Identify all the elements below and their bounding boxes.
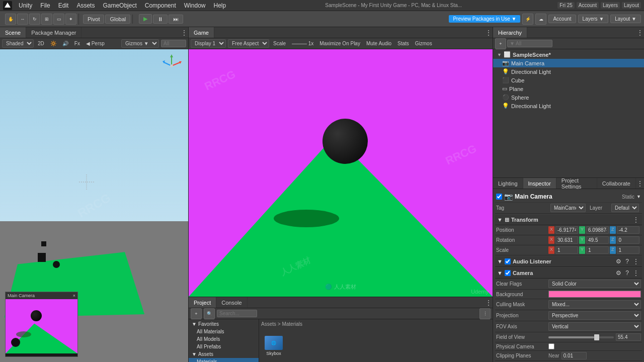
project-tab[interactable]: Project — [189, 297, 216, 308]
menu-edit[interactable]: Edit — [55, 1, 72, 10]
pos-x[interactable] — [555, 226, 578, 234]
proj-assets[interactable]: ▼ Assets — [189, 350, 259, 358]
hier-plane[interactable]: ▭ Plane — [493, 84, 644, 93]
audio-listener-toggle[interactable] — [505, 258, 511, 264]
audio-listener-section[interactable]: ▼ Audio Listener ⚙ ? ⋮ — [495, 256, 642, 267]
hier-directional-light[interactable]: 💡 Directional Light — [493, 67, 644, 76]
near-value[interactable] — [561, 352, 587, 359]
hierarchy-search[interactable] — [507, 40, 552, 47]
rot-z[interactable] — [617, 236, 639, 244]
proj-all-materials[interactable]: All Materials — [189, 328, 259, 335]
hier-sphere[interactable]: ⚫ Sphere — [493, 93, 644, 102]
hier-samplescene[interactable]: ▼ ⬜ SampleScene* — [493, 50, 644, 59]
menu-help[interactable]: Help — [210, 1, 229, 10]
hier-main-camera[interactable]: 📷 Main Camera — [493, 59, 644, 67]
pause-button[interactable]: ⏸ — [153, 15, 168, 24]
menu-window[interactable]: Window — [181, 1, 209, 10]
audio-listener-help[interactable]: ? — [624, 258, 630, 265]
collaborate-tab[interactable]: Collaborate — [597, 178, 636, 189]
shaded-select[interactable]: Shaded — [2, 39, 34, 48]
hierarchy-add-btn[interactable]: + — [495, 38, 506, 49]
proj-all-prefabs[interactable]: All Prefabs — [189, 343, 259, 350]
gizmos-select[interactable]: Gizmos ▼ — [121, 39, 159, 48]
account-button[interactable]: Account — [577, 2, 599, 9]
layers-button[interactable]: Layers — [601, 2, 620, 9]
camera-section-help[interactable]: ? — [624, 269, 630, 277]
fov-slider[interactable] — [548, 336, 614, 338]
mute-btn[interactable]: Mute Audio — [364, 40, 393, 47]
maximize-btn[interactable]: Maximize On Play — [317, 40, 362, 47]
menu-assets[interactable]: Assets — [73, 1, 98, 10]
scene-search[interactable]: ◀ Persp — [84, 40, 107, 47]
scale-z[interactable] — [617, 246, 639, 254]
transform-section[interactable]: ▼ ⊞ Transform ⋮ — [495, 215, 642, 225]
scale-tool[interactable]: ⊞ — [41, 14, 52, 25]
menu-unity[interactable]: Unity — [15, 1, 36, 10]
camera-section-options[interactable]: ⋮ — [632, 269, 640, 277]
menu-file[interactable]: File — [37, 1, 53, 10]
preview-packages-button[interactable]: Preview Packages in Use ▼ — [449, 15, 520, 23]
camera-section[interactable]: ▼ Camera ⚙ ? ⋮ — [495, 268, 642, 279]
left-panel-options[interactable]: ⋮ — [180, 29, 188, 36]
pos-z[interactable] — [617, 226, 639, 234]
game-panel-options[interactable]: ⋮ — [485, 29, 493, 36]
rect-tool[interactable]: ▭ — [53, 14, 64, 25]
scene-search-input[interactable] — [161, 40, 186, 47]
collab-button[interactable]: ⚡ — [522, 14, 533, 25]
move-tool[interactable]: ↔ — [17, 14, 28, 25]
projection-select[interactable]: Perspective — [548, 311, 641, 320]
proj-all-models[interactable]: All Models — [189, 335, 259, 343]
gizmos-btn[interactable]: Gizmos — [413, 40, 434, 47]
stats-btn[interactable]: Stats — [395, 40, 411, 47]
menu-component[interactable]: Component — [141, 1, 180, 10]
camera-section-menu[interactable]: ⚙ — [615, 269, 622, 277]
layout-button[interactable]: Layout — [622, 2, 641, 9]
hier-cube[interactable]: ⬛ Cube — [493, 76, 644, 84]
fov-value[interactable] — [616, 333, 641, 341]
package-manager-tab[interactable]: Package Manager — [26, 27, 82, 38]
scale-x[interactable] — [555, 246, 578, 254]
layout-toolbar-button[interactable]: Layout ▼ — [610, 15, 641, 23]
hierarchy-tab[interactable]: Hierarchy — [493, 27, 527, 38]
pivot-button[interactable]: Pivot — [83, 15, 104, 24]
rotate-tool[interactable]: ↻ — [29, 14, 40, 25]
rot-x[interactable] — [555, 236, 578, 244]
audio-listener-menu[interactable]: ⚙ — [615, 258, 622, 265]
project-search-input[interactable] — [217, 310, 257, 317]
physical-camera-checkbox[interactable] — [548, 343, 554, 349]
proj-materials[interactable]: Materials — [189, 358, 259, 362]
project-settings-tab[interactable]: Project Settings — [556, 178, 597, 189]
scale-slider[interactable]: ——— 1x — [290, 40, 315, 47]
hier-dir-light-2[interactable]: 💡 Directional Light — [493, 102, 644, 110]
combo-tool[interactable]: ✦ — [65, 14, 76, 25]
lighting-tab[interactable]: Lighting — [493, 178, 523, 189]
skybox-asset[interactable]: 🌐 Skybox — [261, 336, 286, 360]
project-search-btn[interactable]: 🔍 — [204, 308, 215, 319]
camera-toggle[interactable] — [505, 270, 511, 276]
account-toolbar-button[interactable]: Account — [548, 15, 576, 23]
lighting-button[interactable]: 🔆 — [48, 40, 58, 47]
scale-y[interactable] — [586, 246, 609, 254]
object-active-toggle[interactable] — [496, 194, 502, 200]
2d-button[interactable]: 2D — [36, 40, 46, 47]
console-tab[interactable]: Console — [216, 297, 247, 308]
transform-menu[interactable]: ⋮ — [632, 216, 640, 223]
clear-flags-select[interactable]: Solid Color — [548, 280, 641, 288]
scene-tab[interactable]: Scene — [0, 27, 26, 38]
aspect-select[interactable]: Free Aspect — [228, 39, 269, 48]
inspector-tab[interactable]: Inspector — [523, 178, 556, 189]
pos-y[interactable] — [586, 226, 609, 234]
audio-button[interactable]: 🔊 — [60, 40, 70, 47]
fx-button[interactable]: Fx — [72, 40, 82, 47]
project-view-toggle[interactable]: ⋮ — [479, 308, 491, 319]
layer-select[interactable]: Default — [611, 204, 639, 212]
project-add-btn[interactable]: + — [191, 308, 202, 319]
layers-toolbar-button[interactable]: Layers ▼ — [578, 15, 609, 23]
game-tab[interactable]: Game — [189, 27, 214, 38]
step-button[interactable]: ⏭ — [169, 15, 183, 24]
static-dropdown-icon[interactable]: ▼ — [636, 194, 641, 199]
rot-y[interactable] — [586, 236, 609, 244]
audio-listener-options[interactable]: ⋮ — [632, 258, 640, 265]
proj-favorites[interactable]: ▼ Favorites — [189, 320, 259, 328]
project-panel-options[interactable]: ⋮ — [485, 299, 493, 306]
